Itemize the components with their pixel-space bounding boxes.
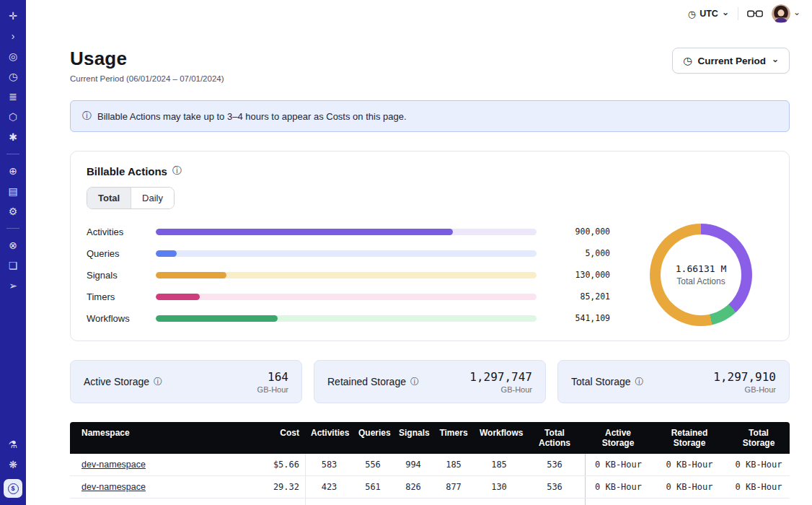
cell-activities: 423: [305, 476, 353, 498]
donut-total-value: 1.66131 M: [676, 263, 726, 274]
bar-value: 900,000: [544, 227, 610, 237]
cell-cost: 29.32: [250, 476, 305, 498]
cell-workflows: 185: [474, 454, 524, 475]
bar-value: 130,000: [544, 270, 610, 280]
cell-active_storage: 0 KB-Hour: [585, 499, 651, 505]
namespace-link[interactable]: dev-namespace: [81, 482, 146, 492]
bar-label: Timers: [87, 291, 149, 302]
info-icon[interactable]: ⓘ: [172, 164, 182, 177]
sidebar-divider: [6, 228, 19, 229]
bar-row: Queries5,000: [87, 248, 610, 259]
column-header-6: Workflows: [474, 422, 524, 454]
period-selector-button[interactable]: ◷ Current Period ⌄: [672, 48, 790, 74]
bar-label: Workflows: [87, 313, 149, 324]
bar-track: [156, 272, 537, 278]
storage-card-value-wrap: 164GB-Hour: [257, 370, 288, 394]
storage-card-label-wrap: Active Storageⓘ: [84, 376, 162, 388]
cell-activities: 583: [305, 454, 353, 475]
cell-namespace: dev-namespace: [70, 476, 250, 498]
main-area: ◷ UTC ⌄: [26, 0, 812, 505]
column-header-3: Queries: [353, 422, 393, 454]
storage-card-value-wrap: 1,297,910GB-Hour: [713, 370, 776, 394]
lab-icon[interactable]: ⚗: [3, 435, 23, 454]
namespaces-icon[interactable]: ◎: [3, 47, 23, 66]
docs-icon[interactable]: ❏: [3, 256, 23, 275]
billable-actions-title: Billable Actions: [87, 165, 167, 177]
cell-total_actions: 130: [524, 499, 585, 505]
billing-icon[interactable]: ▤: [3, 182, 23, 201]
chevron-down-icon: ⌄: [722, 8, 729, 17]
region-icon[interactable]: ⊕: [3, 162, 23, 180]
donut-center: 1.66131 M Total Actions: [650, 224, 752, 326]
bar-value: 541,109: [544, 313, 610, 323]
column-header-4: Signals: [393, 422, 433, 454]
cell-cost: $5.66: [250, 454, 305, 475]
dollar-icon: $: [8, 483, 19, 494]
billable-actions-tabs: TotalDaily: [87, 187, 175, 209]
layers-icon[interactable]: ≣: [3, 87, 23, 106]
table-row: dev-namespace$3.354925368838166001300 KB…: [70, 499, 790, 505]
donut-chart: 1.66131 M Total Actions: [650, 224, 752, 326]
storage-card-label: Total Storage: [571, 376, 631, 387]
schedules-icon[interactable]: ◷: [3, 67, 23, 86]
timezone-selector[interactable]: ◷ UTC ⌄: [688, 9, 729, 19]
donut-total-label: Total Actions: [676, 276, 725, 286]
cell-total_actions: 536: [524, 454, 585, 475]
storage-card-1: Retained Storageⓘ1,297,747GB-Hour: [314, 360, 546, 403]
cell-active_storage: 0 KB-Hour: [585, 454, 651, 475]
storage-card-value: 1,297,910: [713, 370, 776, 384]
expand-sidebar-icon[interactable]: ›: [3, 27, 23, 45]
deployments-icon[interactable]: ⬡: [3, 107, 23, 126]
bar-track: [156, 250, 537, 257]
bar-row: Signals130,000: [87, 270, 610, 281]
cell-timers: 816: [433, 499, 474, 505]
bar-fill: [156, 272, 226, 278]
billable-actions-title-row: Billable Actions ⓘ: [87, 164, 773, 177]
sidebar-divider: [6, 154, 19, 154]
column-header-8: Active Storage: [585, 422, 651, 454]
table-row: dev-namespace29.324235618268771305360 KB…: [70, 476, 790, 499]
cell-queries: 561: [353, 476, 393, 498]
bar-chart: Activities900,000Queries5,000Signals130,…: [87, 227, 610, 324]
bar-fill: [156, 250, 177, 257]
theme-icon[interactable]: ❋: [3, 455, 23, 474]
page-title-block: Usage Current Period (06/01/2024 – 07/01…: [70, 48, 224, 83]
glasses-button[interactable]: [747, 9, 763, 19]
info-icon[interactable]: ⓘ: [410, 376, 419, 388]
bar-row: Activities900,000: [87, 227, 610, 237]
page-subtitle: Current Period (06/01/2024 – 07/01/2024): [70, 74, 224, 83]
storage-card-label: Active Storage: [84, 376, 149, 387]
bar-label: Queries: [87, 248, 149, 259]
bar-track: [156, 229, 537, 235]
usage-billing-button[interactable]: $: [4, 479, 22, 498]
billable-actions-chart: Activities900,000Queries5,000Signals130,…: [87, 224, 773, 326]
cell-queries: 556: [353, 454, 393, 475]
bar-fill: [156, 315, 278, 322]
tab-daily[interactable]: Daily: [131, 188, 174, 208]
info-icon[interactable]: ⓘ: [635, 376, 644, 388]
bar-row: Timers85,201: [87, 291, 610, 302]
cell-retained_storage: 0 KB-Hour: [651, 476, 728, 498]
support-icon[interactable]: ⊗: [3, 236, 23, 255]
cell-retained_storage: 0 KB-Hour: [651, 499, 728, 505]
temporal-logo-icon[interactable]: ✛: [3, 6, 23, 25]
billable-actions-card: Billable Actions ⓘ TotalDaily Activities…: [70, 151, 790, 341]
cell-timers: 877: [433, 476, 474, 498]
getting-started-icon[interactable]: ➢: [3, 276, 23, 295]
donut-chart-wrap: 1.66131 M Total Actions: [629, 224, 773, 326]
storage-card-label: Retained Storage: [327, 376, 406, 387]
cell-signals: 826: [393, 476, 433, 498]
info-icon[interactable]: ⓘ: [82, 110, 92, 123]
namespace-link[interactable]: dev-namespace: [81, 460, 146, 470]
bar-fill: [156, 294, 200, 300]
column-header-0: Namespace: [70, 422, 250, 454]
tab-total[interactable]: Total: [87, 188, 131, 208]
topbar-divider: [738, 7, 738, 20]
page-content: Usage Current Period (06/01/2024 – 07/01…: [26, 27, 812, 505]
user-menu[interactable]: ⌄: [772, 4, 800, 23]
settings-icon[interactable]: ⚙: [3, 202, 23, 221]
page-header: Usage Current Period (06/01/2024 – 07/01…: [70, 48, 790, 83]
integrations-icon[interactable]: ✱: [3, 128, 23, 146]
page-title: Usage: [70, 48, 224, 70]
info-icon[interactable]: ⓘ: [154, 376, 162, 388]
